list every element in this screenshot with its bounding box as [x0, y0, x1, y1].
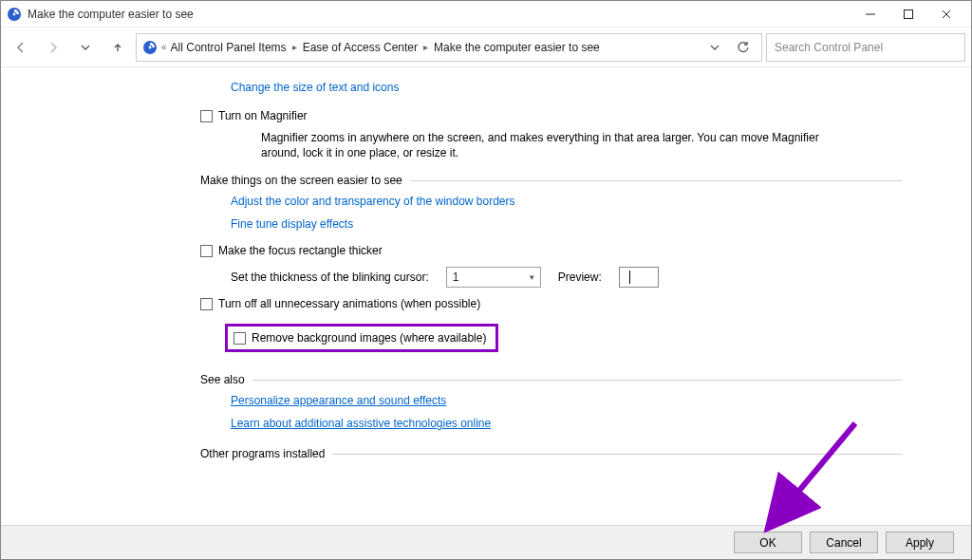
address-dropdown-button[interactable] — [702, 35, 727, 60]
maximize-button[interactable] — [889, 2, 927, 27]
remove-bg-checkbox[interactable] — [234, 332, 246, 345]
search-box[interactable] — [766, 33, 965, 62]
preview-label: Preview: — [558, 271, 602, 284]
ok-button[interactable]: OK — [734, 532, 802, 553]
animations-off-checkbox-label: Turn off all unnecessary animations (whe… — [218, 297, 480, 310]
minimize-button[interactable] — [851, 2, 889, 27]
breadcrumb-level3[interactable]: Make the computer easier to see — [434, 41, 600, 54]
svg-rect-3 — [905, 9, 913, 18]
section-see-easier-title: Make things on the screen easier to see — [200, 174, 402, 187]
close-button[interactable] — [927, 2, 965, 27]
nav-recent-button[interactable] — [71, 33, 100, 62]
change-text-size-link[interactable]: Change the size of text and icons — [231, 81, 399, 94]
chevron-right-icon: ▸ — [290, 42, 299, 52]
address-bar[interactable]: « All Control Panel Items ▸ Ease of Acce… — [136, 33, 762, 62]
svg-point-7 — [149, 46, 152, 48]
section-rule — [410, 180, 903, 181]
see-also-title: See also — [200, 373, 245, 386]
nav-up-button[interactable] — [103, 33, 132, 62]
adjust-borders-link[interactable]: Adjust the color and transparency of the… — [231, 195, 515, 208]
cursor-preview — [619, 267, 659, 288]
cursor-thickness-select[interactable]: 1 ▾ — [446, 267, 541, 288]
control-panel-icon — [142, 40, 158, 55]
personalize-link[interactable]: Personalize appearance and sound effects — [231, 394, 446, 407]
breadcrumb-level2[interactable]: Ease of Access Center — [303, 41, 418, 54]
history-chevrons-icon[interactable]: « — [161, 42, 167, 52]
bottom-bar: OK Cancel Apply — [1, 525, 971, 559]
nav-forward-button[interactable] — [39, 33, 67, 62]
magnifier-checkbox-label: Turn on Magnifier — [218, 109, 308, 122]
app-icon — [7, 7, 22, 22]
cursor-thickness-label: Set the thickness of the blinking cursor… — [231, 271, 429, 284]
section-rule — [252, 380, 903, 381]
nav-row: « All Control Panel Items ▸ Ease of Acce… — [1, 28, 971, 67]
refresh-button[interactable] — [731, 35, 756, 60]
cursor-thickness-value: 1 — [453, 271, 459, 284]
breadcrumb-level1[interactable]: All Control Panel Items — [171, 41, 287, 54]
section-rule — [332, 454, 903, 455]
magnifier-checkbox[interactable] — [200, 110, 213, 122]
magnifier-description: Magnifier zooms in anywhere on the scree… — [261, 130, 850, 160]
remove-bg-checkbox-label: Remove background images (where availabl… — [252, 331, 486, 345]
cancel-button[interactable]: Cancel — [810, 532, 878, 553]
animations-off-checkbox[interactable] — [200, 298, 213, 310]
apply-button[interactable]: Apply — [886, 532, 954, 553]
svg-point-1 — [13, 12, 16, 15]
focus-rect-checkbox-label: Make the focus rectangle thicker — [218, 244, 383, 257]
titlebar: Make the computer easier to see — [1, 1, 971, 28]
chevron-down-icon: ▾ — [530, 272, 534, 282]
nav-back-button[interactable] — [7, 33, 35, 62]
window-title: Make the computer easier to see — [28, 8, 194, 21]
content-area: Change the size of text and icons Turn o… — [1, 67, 971, 525]
fine-tune-link[interactable]: Fine tune display effects — [231, 217, 353, 231]
search-input[interactable] — [775, 41, 957, 54]
remove-bg-highlight: Remove background images (where availabl… — [225, 324, 498, 352]
chevron-right-icon: ▸ — [421, 42, 430, 52]
cursor-preview-line — [629, 271, 630, 284]
learn-assistive-link[interactable]: Learn about additional assistive technol… — [231, 417, 491, 430]
other-programs-title: Other programs installed — [200, 447, 325, 460]
focus-rect-checkbox[interactable] — [200, 245, 213, 257]
